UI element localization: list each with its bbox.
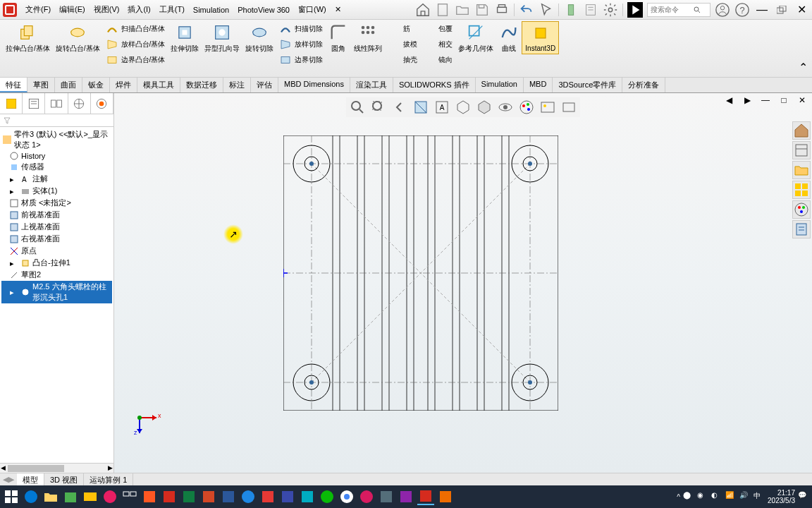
ref-geometry-button[interactable]: 参考几何体	[455, 21, 496, 55]
tree-top-plane[interactable]: 上视基准面	[1, 221, 112, 233]
tray-icon[interactable]: ◉	[697, 491, 708, 502]
dynamic-annotation-icon[interactable]: A	[433, 99, 450, 116]
undo-icon[interactable]	[519, 2, 534, 18]
menu-simulation[interactable]: Simulation	[189, 3, 233, 17]
tree-tab-property-icon[interactable]	[23, 93, 45, 114]
swept-boss-button[interactable]: 扫描凸台/基体	[103, 21, 168, 37]
doc-maximize-icon[interactable]: □	[777, 95, 791, 106]
taskpane-view-palette-icon[interactable]	[792, 181, 811, 199]
section-view-icon[interactable]	[412, 99, 429, 116]
app-icon[interactable]	[299, 488, 316, 505]
taskpane-resources-icon[interactable]	[792, 121, 811, 140]
draft-button[interactable]: 拔模	[385, 37, 420, 52]
tree-history[interactable]: History	[1, 151, 112, 161]
zoom-fit-icon[interactable]	[349, 99, 366, 116]
tab-datamigration[interactable]: 数据迁移	[180, 78, 223, 92]
tab-features[interactable]: 特征	[0, 78, 27, 92]
taskpane-design-library-icon[interactable]	[792, 141, 811, 159]
collapse-ribbon-icon[interactable]: ⌃	[799, 61, 808, 74]
swept-cut-button[interactable]: 扫描切除	[276, 21, 326, 37]
instant3d-button[interactable]: Instant3D	[522, 21, 559, 54]
clock-date[interactable]: 2023/5/3	[768, 497, 795, 504]
hole-wizard-button[interactable]: 异型孔向导	[202, 21, 242, 55]
tree-hole-feature[interactable]: ▸M2.5 六角头螺栓的柱形沉头孔1	[1, 281, 112, 303]
rebuild-icon[interactable]	[563, 2, 579, 18]
taskpane-file-explorer-icon[interactable]	[792, 161, 811, 179]
loft-cut-button[interactable]: 放样切除	[276, 37, 326, 52]
start-button-icon[interactable]	[3, 488, 20, 505]
solidworks-task-icon[interactable]	[417, 488, 434, 505]
feature-tree[interactable]: 零件3 (默认) <<默认>_显示状态 1> History 传感器 ▸A注解 …	[0, 127, 113, 463]
wrap-button[interactable]: 包覆	[420, 21, 455, 37]
tab-weldment[interactable]: 焊件	[110, 78, 137, 92]
taskpane-custom-props-icon[interactable]	[792, 220, 811, 238]
extrude-boss-button[interactable]: 拉伸凸台/基体	[3, 21, 53, 55]
tree-sensors[interactable]: 传感器	[1, 161, 112, 173]
open-icon[interactable]	[455, 2, 470, 18]
menu-file[interactable]: 文件(F)	[21, 1, 55, 18]
tree-origin[interactable]: 原点	[1, 245, 112, 257]
tree-front-plane[interactable]: 前视基准面	[1, 209, 112, 221]
linear-pattern-button[interactable]: 线性阵列	[351, 21, 385, 55]
tree-sketch2[interactable]: 草图2	[1, 269, 112, 281]
zoom-area-icon[interactable]	[370, 99, 387, 116]
menu-view[interactable]: 视图(V)	[90, 1, 124, 18]
intersect-button[interactable]: 相交	[420, 37, 455, 52]
tab-evaluate[interactable]: 评估	[251, 78, 278, 92]
boundary-boss-button[interactable]: 边界凸台/基体	[103, 52, 168, 68]
close-icon[interactable]: ✕	[794, 2, 809, 18]
curves-button[interactable]: 曲线	[496, 21, 522, 55]
tab-3dsource[interactable]: 3DSource零件库	[553, 78, 622, 92]
prev-config-icon[interactable]: ◀	[722, 95, 736, 106]
tab-analysis[interactable]: 分析准备	[622, 78, 665, 92]
tree-boss-extrude[interactable]: ▸凸台-拉伸1	[1, 257, 112, 269]
shell-button[interactable]: 抽壳	[385, 52, 420, 68]
browser-icon[interactable]	[240, 488, 257, 505]
system-tray[interactable]: ^ ⬤ ◉ ◐ 📶 🔊 中 21:17 2023/5/3 💬	[677, 489, 809, 504]
prev-view-icon[interactable]	[391, 99, 408, 116]
save-icon[interactable]	[474, 2, 490, 18]
clock-time[interactable]: 21:17	[768, 489, 795, 497]
wifi-icon[interactable]: 📶	[725, 491, 737, 502]
tree-tab-config-icon[interactable]	[45, 93, 68, 114]
btab-3dviews[interactable]: 3D 视图	[44, 473, 84, 485]
taskpane-appearances-icon[interactable]	[792, 200, 811, 219]
menu-window[interactable]: 窗口(W)	[294, 1, 331, 18]
tray-icon[interactable]: ◐	[711, 491, 722, 502]
view-settings-icon[interactable]	[560, 99, 577, 116]
wechat-icon[interactable]	[319, 488, 336, 505]
app-icon[interactable]	[398, 488, 414, 505]
orientation-triad[interactable]: x z	[134, 406, 162, 437]
tree-annotations[interactable]: ▸A注解	[1, 173, 112, 185]
mail-icon[interactable]	[82, 488, 99, 505]
user-icon[interactable]	[715, 2, 730, 18]
app-icon[interactable]	[102, 488, 118, 505]
tree-scrollbar[interactable]: ◀▶	[0, 463, 113, 473]
next-config-icon[interactable]: ▶	[740, 95, 754, 106]
tree-root[interactable]: 零件3 (默认) <<默认>_显示状态 1>	[1, 128, 112, 151]
apply-scene-icon[interactable]	[539, 99, 556, 116]
menu-insert[interactable]: 插入(I)	[123, 1, 154, 18]
menu-photoview[interactable]: PhotoView 360	[233, 3, 294, 17]
revolve-boss-button[interactable]: 旋转凸台/基体	[53, 21, 103, 55]
tab-sketch[interactable]: 草图	[27, 78, 55, 92]
edit-appearance-icon[interactable]	[518, 99, 535, 116]
volume-icon[interactable]: 🔊	[739, 491, 751, 502]
app-icon[interactable]	[259, 488, 276, 505]
menu-tools[interactable]: 工具(T)	[155, 1, 189, 18]
loft-boss-button[interactable]: 放样凸台/基体	[103, 37, 168, 52]
menu-edit[interactable]: 编辑(E)	[55, 1, 90, 18]
maximize-icon[interactable]	[774, 2, 789, 18]
task-view-icon[interactable]	[121, 488, 138, 505]
revolve-cut-button[interactable]: 旋转切除	[242, 21, 276, 55]
extrude-cut-button[interactable]: 拉伸切除	[168, 21, 202, 55]
app-icon[interactable]	[358, 488, 375, 505]
tab-sheetmetal[interactable]: 钣金	[82, 78, 110, 92]
tab-mbd[interactable]: MBD	[524, 78, 553, 92]
store-icon[interactable]	[62, 488, 79, 505]
tab-addins[interactable]: SOLIDWORKS 插件	[393, 78, 476, 92]
doc-close-icon[interactable]: ✕	[795, 95, 809, 106]
boundary-cut-button[interactable]: 边界切除	[276, 52, 326, 68]
tree-tab-feature-icon[interactable]	[0, 93, 23, 114]
app-icon[interactable]	[279, 488, 296, 505]
